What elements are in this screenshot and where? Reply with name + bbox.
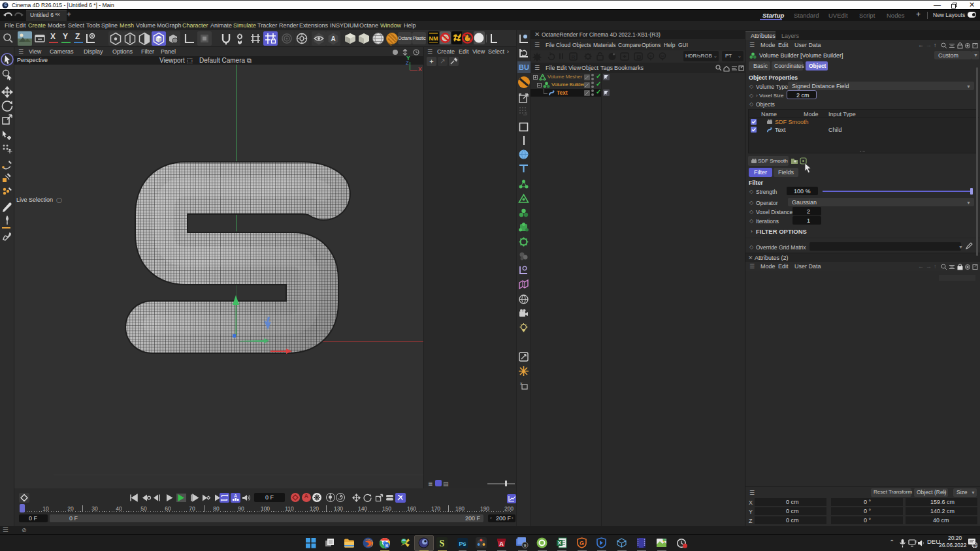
svg-text:A: A [234,494,237,498]
svg-text:R: R [572,54,576,60]
svg-text:X: X [558,540,562,546]
svg-text:H: H [661,54,664,58]
svg-text:9: 9 [524,543,527,548]
svg-text:B: B [385,543,389,548]
svg-text:Ps: Ps [459,541,466,547]
svg-text:G: G [580,540,584,546]
svg-text:16: 16 [972,543,977,548]
svg-text:A: A [331,35,335,42]
svg-text:S: S [440,539,445,548]
svg-text:NM: NM [429,35,438,42]
svg-text:F: F [649,54,652,58]
svg-text:A: A [499,541,504,547]
